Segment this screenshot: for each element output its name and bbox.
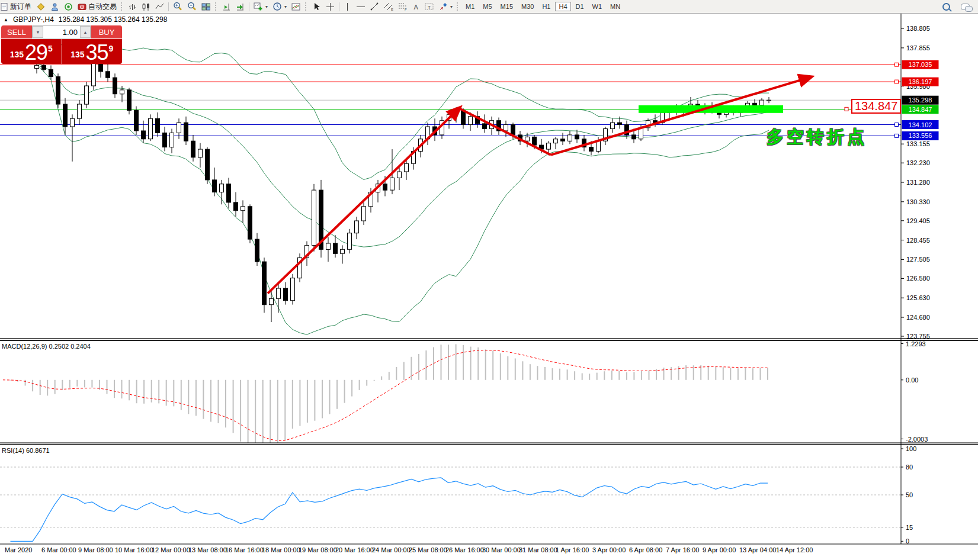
- pane-divider[interactable]: [0, 339, 978, 340]
- cursor-icon: [312, 2, 321, 11]
- timeframes-menu-button[interactable]: ▾: [270, 1, 289, 12]
- toolbar-separator: [249, 2, 249, 11]
- macd-axis[interactable]: 1.22930.00-2.0003: [901, 340, 928, 443]
- indicators-icon: [291, 2, 301, 11]
- turning-point-annotation[interactable]: 多空转折点: [767, 125, 867, 149]
- zoom-in-button[interactable]: [171, 1, 185, 12]
- sell-button[interactable]: SELL: [1, 25, 32, 38]
- svg-text:128.455: 128.455: [906, 237, 930, 244]
- bar-chart-button[interactable]: [126, 1, 139, 12]
- signals-icon: [64, 2, 73, 11]
- horizontal-line-button[interactable]: [354, 1, 368, 12]
- text-label-button[interactable]: T: [422, 1, 437, 12]
- tf-w1-button[interactable]: W1: [589, 2, 606, 11]
- volume-input[interactable]: [43, 26, 80, 38]
- chart-shift-button[interactable]: [220, 1, 233, 12]
- buy-price-display[interactable]: 135 35 9: [62, 39, 123, 64]
- bar-chart-icon: [128, 2, 137, 11]
- buy-button[interactable]: BUY: [91, 25, 122, 38]
- rsi-axis[interactable]: 1008050150: [901, 445, 916, 545]
- toolbar-grip: [215, 2, 218, 11]
- tf-mn-button[interactable]: MN: [607, 2, 624, 11]
- tf-m30-button[interactable]: M30: [518, 2, 537, 11]
- pane-divider[interactable]: [0, 445, 978, 446]
- svg-text:13 Apr 04:00: 13 Apr 04:00: [739, 546, 776, 553]
- svg-text:136.197: 136.197: [909, 78, 932, 85]
- svg-text:16 Mar 16:00: 16 Mar 16:00: [225, 546, 264, 553]
- toolbar-grip: [305, 2, 308, 11]
- buy-price-prefix: 135: [70, 50, 84, 59]
- vertical-line-icon: [344, 2, 351, 11]
- toolbar-separator: [168, 2, 169, 11]
- deposit-button[interactable]: [34, 1, 48, 12]
- svg-text:137.035: 137.035: [909, 61, 932, 68]
- text-button[interactable]: A: [410, 1, 422, 12]
- svg-text:6 Apr 08:00: 6 Apr 08:00: [629, 546, 662, 553]
- svg-text:0: 0: [906, 538, 909, 545]
- chart-window[interactable]: 138.805137.855135.980133.155132.230131.2…: [0, 13, 978, 560]
- svg-text:6 Mar 00:00: 6 Mar 00:00: [41, 546, 76, 553]
- signals-button[interactable]: [62, 1, 75, 12]
- macd-signal-line: [3, 350, 768, 441]
- tf-h4-button[interactable]: H4: [555, 2, 570, 11]
- rsi-label: RSI(14) 60.8671: [2, 447, 50, 454]
- search-button[interactable]: [940, 1, 953, 12]
- time-axis[interactable]: Mar 20206 Mar 00:009 Mar 08:0010 Mar 16:…: [5, 546, 813, 553]
- svg-text:133.556: 133.556: [909, 132, 932, 139]
- indicators-button[interactable]: [289, 1, 303, 12]
- fibonacci-button[interactable]: F: [396, 1, 410, 12]
- volume-up-button[interactable]: ▲: [80, 26, 91, 38]
- cursor-button[interactable]: [310, 1, 323, 12]
- arrows-button[interactable]: ▾: [437, 1, 455, 12]
- callout-anchor: [845, 107, 848, 111]
- clock-icon: [272, 2, 282, 11]
- rsi-line: [11, 478, 768, 541]
- vertical-line-button[interactable]: [341, 1, 354, 12]
- tf-h1-button[interactable]: H1: [538, 2, 554, 11]
- svg-text:125.630: 125.630: [906, 294, 930, 301]
- sell-price-sup: 5: [48, 44, 53, 53]
- chart-canvas[interactable]: 138.805137.855135.980133.155132.230131.2…: [0, 13, 978, 560]
- tile-windows-button[interactable]: [199, 1, 213, 12]
- candlestick-chart-button[interactable]: [139, 1, 153, 12]
- fibonacci-icon: F: [398, 2, 408, 11]
- tf-m5-button[interactable]: M5: [479, 2, 495, 11]
- svg-text:15: 15: [906, 524, 913, 531]
- autotrading-button[interactable]: 自动交易: [75, 1, 119, 12]
- horizontal-line-icon: [356, 2, 365, 11]
- pane-divider[interactable]: [0, 340, 978, 342]
- svg-text:9 Mar 08:00: 9 Mar 08:00: [78, 546, 113, 553]
- zoom-out-button[interactable]: [185, 1, 199, 12]
- new-order-icon: [0, 2, 8, 11]
- chevron-down-icon: ▾: [265, 4, 268, 9]
- svg-text:18 Mar 00:00: 18 Mar 00:00: [262, 546, 300, 553]
- pane-divider[interactable]: [0, 443, 978, 444]
- auto-scroll-button[interactable]: [233, 1, 247, 12]
- trend-arrow-2[interactable]: [459, 108, 551, 155]
- svg-text:133.155: 133.155: [906, 140, 930, 147]
- tf-m15-button[interactable]: M15: [497, 2, 517, 11]
- trendline-button[interactable]: [368, 1, 381, 12]
- svg-text:1.2293: 1.2293: [906, 340, 926, 347]
- new-chart-button[interactable]: ▾: [251, 1, 270, 12]
- tf-d1-button[interactable]: D1: [572, 2, 588, 11]
- volume-down-button[interactable]: ▼: [33, 26, 43, 38]
- new-chart-icon: [254, 2, 263, 11]
- tf-m1-button[interactable]: M1: [462, 2, 478, 11]
- svg-text:135.298: 135.298: [909, 96, 932, 104]
- chat-button[interactable]: [958, 1, 972, 12]
- channel-button[interactable]: E: [381, 1, 396, 12]
- chat-icon: [961, 4, 970, 10]
- new-order-button[interactable]: 新订单: [0, 1, 34, 12]
- zoom-out-icon: [187, 2, 197, 11]
- auto-scroll-icon: [236, 2, 245, 11]
- price-callout-box[interactable]: 134.847: [851, 99, 901, 114]
- symbol-name: GBPJPY-,H4: [13, 15, 54, 24]
- line-chart-button[interactable]: [153, 1, 166, 12]
- zoom-in-icon: [173, 2, 182, 11]
- crosshair-button[interactable]: [323, 1, 337, 12]
- sell-price-display[interactable]: 135 29 5: [1, 39, 62, 64]
- price-axis[interactable]: 138.805137.855135.980133.155132.230131.2…: [895, 25, 939, 340]
- community-button[interactable]: [48, 1, 62, 12]
- bollinger-bands: [37, 41, 769, 334]
